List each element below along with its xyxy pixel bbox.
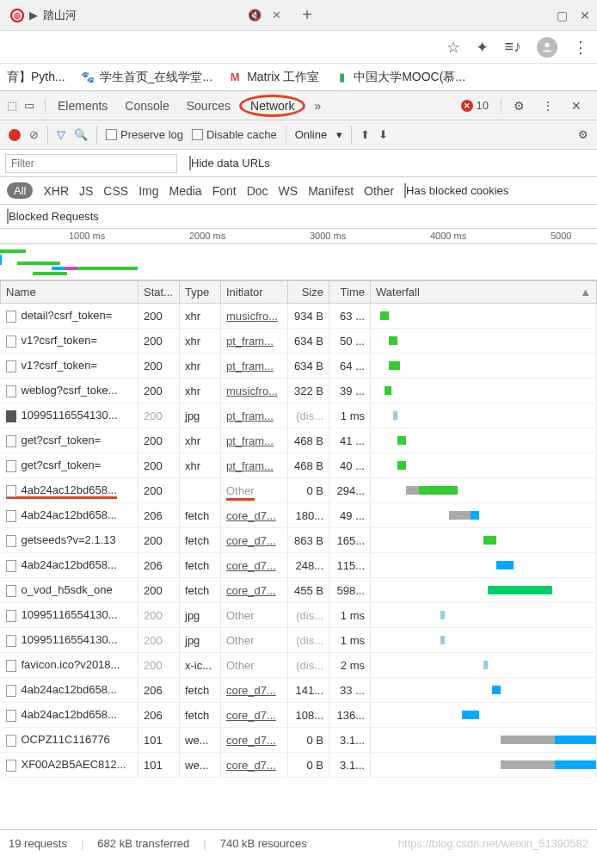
- filter-media[interactable]: Media: [169, 184, 202, 198]
- col-size[interactable]: Size: [288, 281, 329, 304]
- cell-initiator[interactable]: core_d7...: [221, 528, 288, 553]
- filter-js[interactable]: JS: [79, 184, 93, 198]
- upload-icon[interactable]: ⬆: [360, 128, 370, 141]
- blocked-cookies-checkbox[interactable]: Has blocked cookies: [404, 184, 508, 197]
- table-row[interactable]: 10995116554130... 200 jpg pt_fram... (di…: [1, 403, 597, 428]
- table-row[interactable]: 10995116554130... 200 jpg Other (dis... …: [1, 628, 597, 653]
- more-tabs-icon[interactable]: »: [314, 99, 321, 113]
- col-type[interactable]: Type: [180, 281, 221, 304]
- error-count[interactable]: ✕10: [461, 99, 489, 112]
- table-row[interactable]: 4ab24ac12bd658... 200 Other 0 B 294...: [1, 478, 597, 503]
- timeline-overview[interactable]: [0, 244, 597, 280]
- cell-initiator[interactable]: musicfro...: [221, 304, 288, 329]
- close-tab-icon[interactable]: ✕: [272, 9, 281, 22]
- table-row[interactable]: v1?csrf_token= 200 xhr pt_fram... 634 B …: [1, 354, 597, 379]
- cell-initiator[interactable]: core_d7...: [221, 553, 288, 578]
- table-row[interactable]: OCPZ11C116776 101 we... core_d7... 0 B 3…: [1, 728, 597, 753]
- col-status[interactable]: Stat...: [138, 281, 180, 304]
- table-row[interactable]: getseeds?v=2.1.13 200 fetch core_d7... 8…: [1, 528, 597, 553]
- tab-console[interactable]: Console: [125, 99, 169, 113]
- filter-doc[interactable]: Doc: [247, 184, 268, 198]
- close-devtools-icon[interactable]: ✕: [571, 99, 582, 113]
- request-count: 19 requests: [9, 837, 67, 850]
- blocked-requests-checkbox[interactable]: Blocked Requests: [7, 210, 99, 223]
- table-row[interactable]: XF00A2B5AEC812... 101 we... core_d7... 0…: [1, 753, 597, 778]
- bookmarks-bar: 育】Pyth... 🐾学生首页_在线学堂... MMatrix 工作室 ▮中国大…: [0, 64, 597, 91]
- window-close-icon[interactable]: ✕: [580, 9, 590, 22]
- filter-font[interactable]: Font: [212, 184, 237, 198]
- col-initiator[interactable]: Initiator: [221, 281, 288, 304]
- inspect-element-icon[interactable]: ⬚: [7, 99, 17, 112]
- filter-manifest[interactable]: Manifest: [308, 184, 354, 198]
- star-icon[interactable]: ☆: [446, 38, 460, 57]
- window-restore-icon[interactable]: ▢: [557, 9, 568, 22]
- table-row[interactable]: get?csrf_token= 200 xhr pt_fram... 468 B…: [1, 428, 597, 453]
- table-row[interactable]: v1?csrf_token= 200 xhr pt_fram... 634 B …: [1, 329, 597, 354]
- table-row[interactable]: weblog?csrf_toke... 200 xhr musicfro... …: [1, 379, 597, 403]
- browser-tab[interactable]: ◎ ▶ 踏山河: [7, 8, 243, 23]
- table-row[interactable]: favicon.ico?v2018... 200 x-ic... Other (…: [1, 653, 597, 678]
- cell-initiator[interactable]: pt_fram...: [221, 453, 288, 478]
- profile-avatar[interactable]: [537, 37, 557, 58]
- table-row[interactable]: 4ab24ac12bd658... 206 fetch core_d7... 1…: [1, 703, 597, 728]
- device-toggle-icon[interactable]: ▭: [24, 99, 34, 112]
- bookmark-item[interactable]: ▮中国大学MOOC(慕...: [335, 70, 465, 85]
- tab-elements[interactable]: Elements: [58, 99, 108, 113]
- menu-icon[interactable]: ⋮: [573, 38, 588, 57]
- record-button[interactable]: [9, 129, 21, 141]
- table-row[interactable]: detail?csrf_token= 200 xhr musicfro... 9…: [1, 304, 597, 329]
- cell-initiator[interactable]: pt_fram...: [221, 428, 288, 453]
- cell-initiator[interactable]: Other: [221, 603, 288, 628]
- mute-icon[interactable]: 🔇: [248, 9, 262, 22]
- cell-initiator[interactable]: core_d7...: [221, 703, 288, 728]
- table-row[interactable]: 4ab24ac12bd658... 206 fetch core_d7... 2…: [1, 553, 597, 578]
- timeline-ruler[interactable]: 1000 ms 2000 ms 3000 ms 4000 ms 5000: [0, 229, 597, 244]
- new-tab-button[interactable]: +: [302, 5, 312, 25]
- filter-xhr[interactable]: XHR: [43, 184, 69, 198]
- table-row[interactable]: 4ab24ac12bd658... 206 fetch core_d7... 1…: [1, 678, 597, 703]
- cell-initiator[interactable]: core_d7...: [221, 728, 288, 753]
- clear-icon[interactable]: ⊘: [29, 128, 39, 141]
- table-row[interactable]: 4ab24ac12bd658... 206 fetch core_d7... 1…: [1, 503, 597, 528]
- filter-icon[interactable]: ▽: [57, 128, 65, 141]
- kebab-icon[interactable]: ⋮: [542, 99, 554, 113]
- tab-network[interactable]: Network: [250, 99, 294, 113]
- cell-initiator[interactable]: core_d7...: [221, 753, 288, 778]
- settings-icon[interactable]: ⚙: [514, 99, 525, 113]
- throttling-select[interactable]: Online ▾: [295, 128, 342, 141]
- table-row[interactable]: 10995116554130... 200 jpg Other (dis... …: [1, 603, 597, 628]
- hide-data-urls-checkbox[interactable]: Hide data URLs: [189, 157, 270, 169]
- col-name[interactable]: Name: [1, 281, 138, 304]
- filter-ws[interactable]: WS: [279, 184, 298, 198]
- col-time[interactable]: Time: [329, 281, 371, 304]
- tab-sources[interactable]: Sources: [187, 99, 231, 113]
- filter-img[interactable]: Img: [138, 184, 158, 198]
- table-row[interactable]: get?csrf_token= 200 xhr pt_fram... 468 B…: [1, 453, 597, 478]
- cell-initiator[interactable]: core_d7...: [221, 503, 288, 528]
- settings-gear-icon[interactable]: ⚙: [578, 128, 588, 141]
- table-row[interactable]: o_vod_h5sdk_one 200 fetch core_d7... 455…: [1, 578, 597, 603]
- filter-css[interactable]: CSS: [103, 184, 128, 198]
- disable-cache-checkbox[interactable]: Disable cache: [192, 128, 277, 141]
- cell-initiator[interactable]: Other: [221, 653, 288, 678]
- cell-initiator[interactable]: pt_fram...: [221, 329, 288, 354]
- reading-list-icon[interactable]: ≡♪: [504, 38, 521, 56]
- cell-initiator[interactable]: musicfro...: [221, 379, 288, 403]
- filter-all[interactable]: All: [7, 182, 33, 199]
- preserve-log-checkbox[interactable]: Preserve log: [106, 128, 183, 141]
- bookmark-item[interactable]: MMatrix 工作室: [228, 70, 319, 85]
- filter-other[interactable]: Other: [364, 184, 394, 198]
- search-icon[interactable]: 🔍: [74, 128, 88, 141]
- cell-initiator[interactable]: Other: [221, 478, 288, 503]
- cell-initiator[interactable]: Other: [221, 628, 288, 653]
- download-icon[interactable]: ⬇: [379, 128, 388, 141]
- cell-initiator[interactable]: core_d7...: [221, 578, 288, 603]
- extensions-icon[interactable]: ✦: [476, 38, 489, 57]
- bookmark-item[interactable]: 🐾学生首页_在线学堂...: [81, 70, 212, 85]
- cell-initiator[interactable]: pt_fram...: [221, 354, 288, 379]
- bookmark-item[interactable]: 育】Pyth...: [7, 70, 65, 85]
- cell-initiator[interactable]: core_d7...: [221, 678, 288, 703]
- cell-initiator[interactable]: pt_fram...: [221, 403, 288, 428]
- filter-input[interactable]: [5, 154, 177, 173]
- col-waterfall[interactable]: Waterfall▲: [371, 281, 597, 304]
